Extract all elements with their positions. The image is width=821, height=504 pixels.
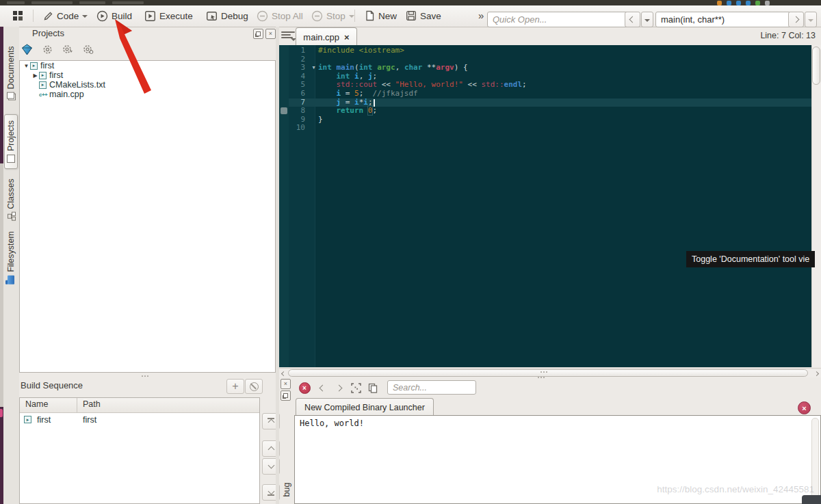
line-number[interactable]: 8 bbox=[289, 107, 309, 116]
quick-open-input[interactable] bbox=[487, 12, 629, 27]
new-button[interactable]: New bbox=[363, 5, 399, 26]
launcher-output-tab[interactable]: New Compiled Binary Launcher bbox=[296, 398, 434, 416]
editor-vscrollbar[interactable] bbox=[811, 45, 821, 367]
toolbar-overflow-button[interactable]: » bbox=[478, 10, 484, 21]
build-sequence-row[interactable]: ▸firstfirst bbox=[20, 413, 259, 426]
line-number[interactable]: 3 bbox=[289, 64, 309, 72]
close-output-button[interactable]: × bbox=[798, 401, 811, 414]
chevron-right-icon bbox=[813, 371, 818, 375]
stop-process-button[interactable]: × bbox=[298, 382, 311, 394]
bottom-panel-detach-button[interactable] bbox=[281, 390, 291, 401]
dock-tab-classes[interactable]: Classes bbox=[6, 178, 16, 220]
token-pl bbox=[318, 89, 337, 98]
debug-icon bbox=[206, 10, 218, 22]
project-tree-item[interactable]: ▸CMakeLists.txt bbox=[20, 80, 275, 90]
tree-item-label: main.cpp bbox=[49, 90, 84, 99]
nav-back-button[interactable] bbox=[625, 12, 640, 27]
projects-detach-button[interactable] bbox=[253, 29, 263, 39]
chevron-left-icon bbox=[629, 16, 636, 23]
scrollbar-grip[interactable] bbox=[540, 371, 542, 373]
code-line[interactable]: 10 bbox=[279, 124, 811, 133]
code-line[interactable]: 8 return 0; bbox=[279, 107, 811, 116]
code-editor[interactable]: 1#include <iostream>23▼int main(int argc… bbox=[279, 45, 811, 367]
line-number[interactable]: 1 bbox=[289, 47, 309, 55]
chevron-right-icon bbox=[793, 16, 800, 23]
new-label: New bbox=[378, 11, 397, 21]
execute-button[interactable]: Execute bbox=[142, 5, 195, 26]
line-number[interactable]: 4 bbox=[289, 72, 309, 81]
chevron-down-icon bbox=[808, 19, 813, 22]
kdevelop-gem-button[interactable] bbox=[21, 43, 33, 55]
pencil-icon bbox=[43, 11, 53, 21]
line-number[interactable]: 2 bbox=[289, 55, 309, 64]
build-selection-button[interactable] bbox=[62, 43, 74, 55]
gem-icon bbox=[21, 44, 33, 55]
code-text: #include <iostream> bbox=[318, 47, 811, 55]
project-tree-item[interactable]: ▶▸first bbox=[20, 70, 275, 80]
stop-all-button[interactable]: Stop All bbox=[255, 5, 305, 26]
scroll-right-button[interactable] bbox=[813, 371, 820, 376]
project-settings-button[interactable] bbox=[82, 43, 94, 55]
scroll-left-button[interactable] bbox=[280, 371, 287, 376]
configure-button[interactable] bbox=[41, 43, 53, 55]
bottom-panel-close-button[interactable]: × bbox=[281, 379, 291, 389]
expander-icon[interactable]: ▶ bbox=[31, 72, 39, 79]
line-number[interactable]: 10 bbox=[289, 124, 309, 133]
dock-tab-filesystem[interactable]: Filesystem bbox=[6, 231, 16, 284]
dock-tab-projects[interactable]: Projects bbox=[4, 114, 18, 169]
gear-build-icon bbox=[62, 44, 73, 55]
save-button[interactable]: Save bbox=[404, 5, 443, 26]
nav-forward-dropdown[interactable] bbox=[805, 12, 817, 27]
token-pl: , bbox=[395, 63, 404, 72]
remove-item-button[interactable] bbox=[245, 379, 263, 394]
dock-tab-documents[interactable]: Documents bbox=[6, 46, 16, 100]
stop-button[interactable]: Stop bbox=[309, 5, 356, 26]
project-tree-item[interactable]: c++main.cpp bbox=[20, 90, 275, 99]
output-search-input[interactable] bbox=[387, 380, 476, 395]
projects-close-button[interactable]: × bbox=[265, 29, 276, 39]
icon-border-cell bbox=[279, 81, 289, 90]
select-all-icon bbox=[351, 383, 361, 393]
build-sequence-table: Name Path ▸firstfirst bbox=[19, 397, 260, 504]
grid-icon bbox=[12, 10, 24, 22]
code-line[interactable]: 9} bbox=[279, 116, 811, 124]
code-line[interactable]: 1#include <iostream> bbox=[279, 47, 811, 55]
select-all-button[interactable] bbox=[350, 382, 362, 394]
line-number[interactable]: 5 bbox=[289, 81, 309, 90]
next-item-button[interactable] bbox=[333, 382, 345, 394]
editor-tab-maincpp[interactable]: main.cpp × bbox=[296, 27, 357, 46]
document-list-button[interactable] bbox=[281, 30, 295, 41]
editor-hscrollbar-thumb[interactable] bbox=[288, 369, 808, 377]
stop-all-label: Stop All bbox=[272, 11, 303, 21]
chevron-left-icon bbox=[319, 384, 326, 391]
chevron-up-icon bbox=[268, 419, 274, 425]
copy-button[interactable] bbox=[367, 382, 379, 394]
sessions-grid-button[interactable] bbox=[10, 5, 26, 26]
splitter-grip[interactable] bbox=[142, 375, 143, 377]
chevron-down-icon bbox=[82, 15, 88, 18]
column-path[interactable]: Path bbox=[77, 398, 101, 412]
line-number[interactable]: 6 bbox=[289, 90, 309, 98]
nav-back-dropdown[interactable] bbox=[641, 12, 653, 27]
tray-icon bbox=[765, 1, 770, 5]
debug-button[interactable]: Debug bbox=[204, 5, 250, 26]
project-tree-item[interactable]: ▼▸first bbox=[20, 61, 275, 70]
previous-item-button[interactable] bbox=[316, 382, 328, 394]
symbol-navigator-input[interactable] bbox=[655, 12, 791, 27]
editor-vscrollbar-thumb[interactable] bbox=[812, 47, 820, 85]
fold-marker-icon[interactable]: ▼ bbox=[309, 64, 318, 72]
code-button[interactable]: Code bbox=[41, 5, 90, 26]
dock-tab-debug-partial[interactable]: bug bbox=[282, 483, 291, 497]
tab-close-icon[interactable]: × bbox=[344, 32, 350, 42]
build-button[interactable]: Build bbox=[94, 5, 134, 26]
tray-icon bbox=[746, 1, 751, 5]
splitter-grip[interactable] bbox=[538, 377, 539, 378]
add-item-button[interactable]: + bbox=[226, 379, 244, 394]
nav-forward-button[interactable] bbox=[788, 12, 804, 27]
execute-icon bbox=[144, 10, 156, 22]
expander-icon[interactable]: ▼ bbox=[23, 63, 30, 69]
line-number[interactable]: 7 bbox=[289, 98, 309, 107]
column-name[interactable]: Name bbox=[20, 398, 77, 412]
token-pl: ; bbox=[522, 80, 527, 89]
code-text: return 0; bbox=[318, 107, 811, 116]
